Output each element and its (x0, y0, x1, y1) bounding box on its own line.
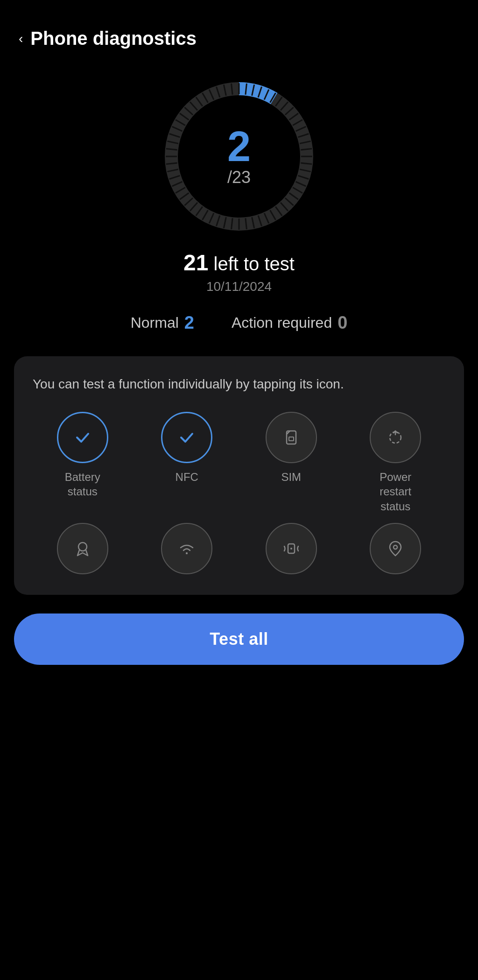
icon-item-location[interactable] (346, 523, 446, 581)
action-count: 0 (337, 313, 347, 333)
vibration-icon-circle (266, 523, 317, 574)
wifi-icon (177, 539, 196, 558)
icon-item-award[interactable] (33, 523, 133, 581)
svg-point-66 (78, 543, 87, 551)
status-row: Normal 2 Action required 0 (0, 313, 478, 333)
action-label: Action required (232, 314, 332, 331)
sim-icon (282, 429, 300, 446)
icon-item-sim[interactable]: SIM (241, 412, 341, 514)
donut-chart: 2 /23 (160, 77, 318, 236)
location-icon-circle (370, 523, 421, 574)
diagnostics-card: You can test a function individually by … (14, 356, 464, 595)
stats-section: 21 left to test 10/11/2024 (0, 250, 478, 294)
battery-icon-circle (57, 412, 108, 463)
svg-point-70 (394, 545, 397, 549)
normal-count: 2 (184, 313, 194, 333)
power-restart-icon (386, 428, 405, 447)
left-label: left to test (208, 254, 295, 274)
action-status: Action required 0 (232, 313, 347, 333)
nfc-icon-circle (161, 412, 212, 463)
back-button[interactable]: ‹ (19, 31, 23, 46)
battery-label: Batterystatus (65, 470, 100, 499)
wifi-icon-circle (161, 523, 212, 574)
icon-item-nfc[interactable]: NFC (137, 412, 237, 514)
icon-item-vibration[interactable] (241, 523, 341, 581)
date-text: 10/11/2024 (0, 279, 478, 294)
battery-check-icon (73, 428, 92, 447)
sim-label: SIM (281, 470, 301, 484)
svg-rect-63 (289, 437, 294, 441)
power-restart-icon-circle (370, 412, 421, 463)
award-icon (73, 539, 92, 558)
left-count: 21 (183, 250, 208, 275)
icon-item-wifi[interactable] (137, 523, 237, 581)
svg-point-67 (186, 552, 188, 554)
sim-icon-circle (266, 412, 317, 463)
donut-total: /23 (227, 168, 251, 187)
award-icon-circle (57, 523, 108, 574)
card-hint: You can test a function individually by … (33, 375, 445, 393)
normal-status: Normal 2 (131, 313, 194, 333)
icons-grid: Batterystatus NFC SIM (33, 412, 445, 581)
donut-center: 2 /23 (227, 126, 251, 187)
vibration-icon (282, 539, 301, 558)
header: ‹ Phone diagnostics (0, 0, 478, 58)
location-icon (386, 539, 405, 558)
page-title: Phone diagnostics (30, 28, 197, 49)
donut-current: 2 (227, 126, 251, 168)
power-restart-label: Powerrestartstatus (380, 470, 411, 514)
left-to-test-row: 21 left to test (0, 250, 478, 275)
icon-item-power-restart[interactable]: Powerrestartstatus (346, 412, 446, 514)
normal-label: Normal (131, 314, 179, 331)
test-all-button[interactable]: Test all (14, 613, 464, 665)
nfc-check-icon (177, 428, 196, 447)
svg-point-69 (290, 548, 292, 550)
icon-item-battery[interactable]: Batterystatus (33, 412, 133, 514)
nfc-label: NFC (176, 470, 198, 484)
